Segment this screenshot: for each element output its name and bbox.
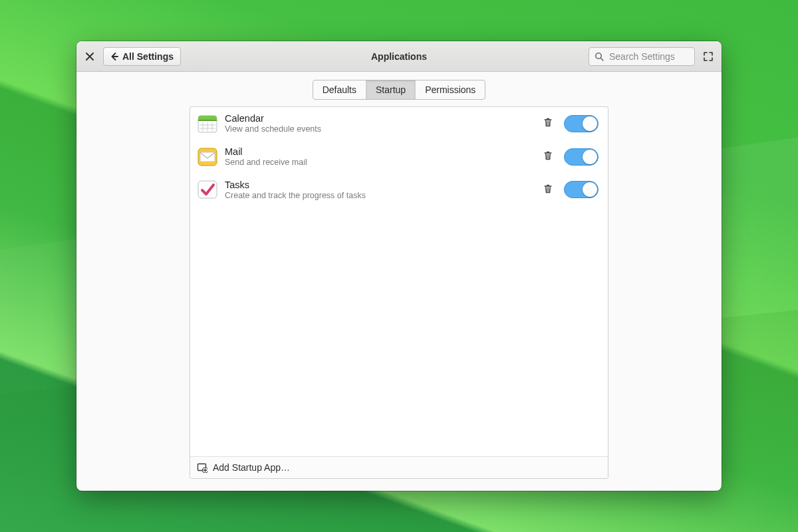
list-item-title: Mail <box>225 146 536 158</box>
close-icon[interactable] <box>82 49 98 65</box>
headerbar: All Settings Applications <box>76 41 722 72</box>
mail-icon <box>197 146 218 168</box>
list-item: Calendar View and schedule events <box>190 107 608 140</box>
page-title: Applications <box>233 51 565 62</box>
list-item-text: Mail Send and receive mail <box>225 146 536 168</box>
toggle-switch[interactable] <box>564 148 598 166</box>
tab-segmented-control: Defaults Startup Permissions <box>313 80 486 100</box>
back-button-label: All Settings <box>122 51 174 62</box>
list-item-desc: View and schedule events <box>225 124 536 135</box>
search-input[interactable] <box>608 51 689 63</box>
startup-list: Calendar View and schedule events <box>190 107 608 456</box>
trash-icon[interactable] <box>543 117 553 130</box>
trash-icon[interactable] <box>543 150 553 163</box>
calendar-icon <box>197 113 218 134</box>
list-item: Tasks Create and track the progress of t… <box>190 174 608 207</box>
list-item-title: Tasks <box>225 179 536 191</box>
list-item-text: Calendar View and schedule events <box>225 112 536 135</box>
tab-startup[interactable]: Startup <box>366 80 416 99</box>
list-item-title: Calendar <box>225 112 536 124</box>
settings-window: All Settings Applications Defaults <box>76 41 722 491</box>
add-startup-app-button[interactable]: Add Startup App… <box>190 456 608 478</box>
tab-permissions[interactable]: Permissions <box>416 80 485 99</box>
desktop-background: All Settings Applications Defaults <box>0 0 798 532</box>
toggle-switch[interactable] <box>564 181 598 198</box>
maximize-icon[interactable] <box>700 49 716 65</box>
list-item-desc: Send and receive mail <box>225 158 536 168</box>
toggle-switch[interactable] <box>564 115 598 132</box>
back-arrow-icon <box>110 53 118 61</box>
headerbar-left: All Settings <box>82 47 228 66</box>
list-item-text: Tasks Create and track the progress of t… <box>225 179 536 201</box>
list-item: Mail Send and receive mail <box>190 140 608 174</box>
search-input-wrapper[interactable] <box>589 47 695 66</box>
headerbar-right <box>570 47 716 66</box>
svg-rect-11 <box>198 181 217 198</box>
trash-icon[interactable] <box>543 184 553 196</box>
add-icon <box>197 462 207 473</box>
add-startup-app-label: Add Startup App… <box>213 462 290 473</box>
tab-defaults[interactable]: Defaults <box>313 80 366 99</box>
list-item-desc: Create and track the progress of tasks <box>225 191 536 201</box>
tabbar: Defaults Startup Permissions <box>76 72 722 104</box>
content: Calendar View and schedule events <box>76 104 722 491</box>
startup-panel: Calendar View and schedule events <box>190 106 608 479</box>
tasks-icon <box>197 179 218 200</box>
svg-rect-3 <box>198 120 217 121</box>
search-icon <box>595 52 604 61</box>
svg-rect-10 <box>200 152 215 162</box>
back-button[interactable]: All Settings <box>103 47 181 66</box>
